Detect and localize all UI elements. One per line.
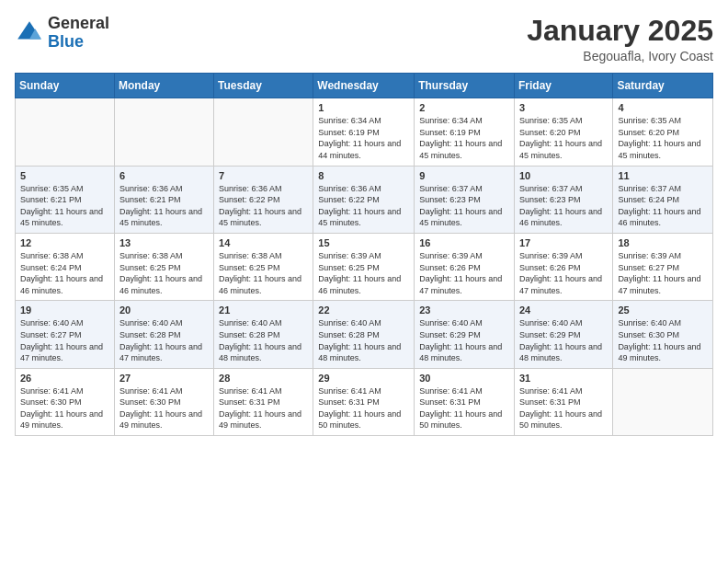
calendar-cell xyxy=(16,98,115,166)
day-number: 28 xyxy=(219,373,308,384)
header: General Blue January 2025 Begouafla, Ivo… xyxy=(15,15,713,63)
day-info: Sunrise: 6:37 AM Sunset: 6:24 PM Dayligh… xyxy=(618,183,708,229)
day-number: 27 xyxy=(119,373,209,384)
day-info: Sunrise: 6:39 AM Sunset: 6:26 PM Dayligh… xyxy=(419,250,509,296)
calendar-table: SundayMondayTuesdayWednesdayThursdayFrid… xyxy=(15,73,713,436)
calendar-cell: 19Sunrise: 6:40 AM Sunset: 6:27 PM Dayli… xyxy=(16,301,115,368)
week-row-4: 19Sunrise: 6:40 AM Sunset: 6:27 PM Dayli… xyxy=(16,301,713,368)
subtitle: Begouafla, Ivory Coast xyxy=(527,49,713,63)
calendar-cell: 16Sunrise: 6:39 AM Sunset: 6:26 PM Dayli… xyxy=(415,233,515,300)
day-number: 25 xyxy=(618,304,708,316)
day-info: Sunrise: 6:38 AM Sunset: 6:25 PM Dayligh… xyxy=(119,250,209,296)
day-number: 3 xyxy=(519,102,608,113)
day-info: Sunrise: 6:36 AM Sunset: 6:21 PM Dayligh… xyxy=(119,183,209,229)
day-info: Sunrise: 6:39 AM Sunset: 6:27 PM Dayligh… xyxy=(618,250,708,296)
calendar-cell: 14Sunrise: 6:38 AM Sunset: 6:25 PM Dayli… xyxy=(214,233,313,300)
calendar-cell: 9Sunrise: 6:37 AM Sunset: 6:23 PM Daylig… xyxy=(415,166,515,233)
title-block: January 2025 Begouafla, Ivory Coast xyxy=(527,15,713,63)
dow-header-tuesday: Tuesday xyxy=(214,74,313,98)
day-info: Sunrise: 6:39 AM Sunset: 6:26 PM Dayligh… xyxy=(519,250,608,296)
calendar-cell: 20Sunrise: 6:40 AM Sunset: 6:28 PM Dayli… xyxy=(114,301,213,368)
calendar-cell: 18Sunrise: 6:39 AM Sunset: 6:27 PM Dayli… xyxy=(613,233,713,300)
logo-line1: General xyxy=(48,14,109,32)
day-info: Sunrise: 6:41 AM Sunset: 6:31 PM Dayligh… xyxy=(419,385,509,431)
day-number: 17 xyxy=(519,237,608,248)
calendar-body: 1Sunrise: 6:34 AM Sunset: 6:19 PM Daylig… xyxy=(16,98,713,436)
week-row-3: 12Sunrise: 6:38 AM Sunset: 6:24 PM Dayli… xyxy=(16,233,713,300)
day-number: 13 xyxy=(119,237,209,248)
week-row-5: 26Sunrise: 6:41 AM Sunset: 6:30 PM Dayli… xyxy=(16,368,713,435)
calendar-cell: 28Sunrise: 6:41 AM Sunset: 6:31 PM Dayli… xyxy=(214,368,313,435)
calendar-cell: 27Sunrise: 6:41 AM Sunset: 6:30 PM Dayli… xyxy=(114,368,213,435)
day-info: Sunrise: 6:40 AM Sunset: 6:30 PM Dayligh… xyxy=(618,317,708,363)
day-number: 23 xyxy=(419,304,509,316)
day-info: Sunrise: 6:40 AM Sunset: 6:28 PM Dayligh… xyxy=(219,317,308,363)
calendar-cell: 3Sunrise: 6:35 AM Sunset: 6:20 PM Daylig… xyxy=(514,98,612,166)
day-info: Sunrise: 6:38 AM Sunset: 6:24 PM Dayligh… xyxy=(20,250,109,296)
day-number: 8 xyxy=(318,170,409,181)
day-number: 26 xyxy=(20,373,109,384)
calendar-cell: 29Sunrise: 6:41 AM Sunset: 6:31 PM Dayli… xyxy=(313,368,415,435)
day-info: Sunrise: 6:38 AM Sunset: 6:25 PM Dayligh… xyxy=(219,250,308,296)
day-number: 14 xyxy=(219,237,308,248)
day-number: 11 xyxy=(618,170,708,181)
logo-line2: Blue xyxy=(48,32,84,51)
day-info: Sunrise: 6:40 AM Sunset: 6:29 PM Dayligh… xyxy=(519,317,608,363)
calendar-cell: 13Sunrise: 6:38 AM Sunset: 6:25 PM Dayli… xyxy=(114,233,213,300)
calendar-cell: 21Sunrise: 6:40 AM Sunset: 6:28 PM Dayli… xyxy=(214,301,313,368)
logo-icon xyxy=(15,18,44,48)
day-info: Sunrise: 6:34 AM Sunset: 6:19 PM Dayligh… xyxy=(419,115,509,161)
day-number: 6 xyxy=(119,170,209,181)
day-info: Sunrise: 6:37 AM Sunset: 6:23 PM Dayligh… xyxy=(519,183,608,229)
day-number: 15 xyxy=(318,237,409,248)
day-number: 24 xyxy=(519,304,608,316)
day-number: 2 xyxy=(419,102,509,113)
calendar-cell: 11Sunrise: 6:37 AM Sunset: 6:24 PM Dayli… xyxy=(613,166,713,233)
calendar-cell: 23Sunrise: 6:40 AM Sunset: 6:29 PM Dayli… xyxy=(415,301,515,368)
day-info: Sunrise: 6:35 AM Sunset: 6:21 PM Dayligh… xyxy=(20,183,109,229)
calendar-cell: 8Sunrise: 6:36 AM Sunset: 6:22 PM Daylig… xyxy=(313,166,415,233)
day-info: Sunrise: 6:35 AM Sunset: 6:20 PM Dayligh… xyxy=(618,115,708,161)
day-info: Sunrise: 6:41 AM Sunset: 6:31 PM Dayligh… xyxy=(519,385,608,431)
day-info: Sunrise: 6:37 AM Sunset: 6:23 PM Dayligh… xyxy=(419,183,509,229)
day-number: 7 xyxy=(219,170,308,181)
week-row-1: 1Sunrise: 6:34 AM Sunset: 6:19 PM Daylig… xyxy=(16,98,713,166)
day-number: 31 xyxy=(519,373,608,384)
day-number: 30 xyxy=(419,373,509,384)
day-info: Sunrise: 6:41 AM Sunset: 6:30 PM Dayligh… xyxy=(20,385,109,431)
calendar-cell: 30Sunrise: 6:41 AM Sunset: 6:31 PM Dayli… xyxy=(415,368,515,435)
day-number: 20 xyxy=(119,304,209,316)
dow-header-wednesday: Wednesday xyxy=(313,74,415,98)
calendar-cell: 1Sunrise: 6:34 AM Sunset: 6:19 PM Daylig… xyxy=(313,98,415,166)
day-info: Sunrise: 6:36 AM Sunset: 6:22 PM Dayligh… xyxy=(318,183,409,229)
day-info: Sunrise: 6:41 AM Sunset: 6:31 PM Dayligh… xyxy=(219,385,308,431)
day-info: Sunrise: 6:40 AM Sunset: 6:28 PM Dayligh… xyxy=(119,317,209,363)
calendar-cell: 24Sunrise: 6:40 AM Sunset: 6:29 PM Dayli… xyxy=(514,301,612,368)
logo-text: General Blue xyxy=(48,15,109,52)
day-number: 4 xyxy=(618,102,708,113)
calendar-cell xyxy=(114,98,213,166)
calendar-cell: 22Sunrise: 6:40 AM Sunset: 6:28 PM Dayli… xyxy=(313,301,415,368)
week-row-2: 5Sunrise: 6:35 AM Sunset: 6:21 PM Daylig… xyxy=(16,166,713,233)
day-info: Sunrise: 6:36 AM Sunset: 6:22 PM Dayligh… xyxy=(219,183,308,229)
day-number: 5 xyxy=(20,170,109,181)
day-info: Sunrise: 6:34 AM Sunset: 6:19 PM Dayligh… xyxy=(318,115,409,161)
calendar-cell: 25Sunrise: 6:40 AM Sunset: 6:30 PM Dayli… xyxy=(613,301,713,368)
day-info: Sunrise: 6:41 AM Sunset: 6:31 PM Dayligh… xyxy=(318,385,409,431)
dow-header-sunday: Sunday xyxy=(16,74,115,98)
day-number: 1 xyxy=(318,102,409,113)
page: General Blue January 2025 Begouafla, Ivo… xyxy=(0,0,728,563)
calendar-cell: 7Sunrise: 6:36 AM Sunset: 6:22 PM Daylig… xyxy=(214,166,313,233)
calendar-cell: 17Sunrise: 6:39 AM Sunset: 6:26 PM Dayli… xyxy=(514,233,612,300)
day-number: 21 xyxy=(219,304,308,316)
calendar-cell: 6Sunrise: 6:36 AM Sunset: 6:21 PM Daylig… xyxy=(114,166,213,233)
dow-header-monday: Monday xyxy=(114,74,213,98)
day-of-week-row: SundayMondayTuesdayWednesdayThursdayFrid… xyxy=(16,74,713,98)
day-info: Sunrise: 6:41 AM Sunset: 6:30 PM Dayligh… xyxy=(119,385,209,431)
day-number: 29 xyxy=(318,373,409,384)
calendar-cell: 15Sunrise: 6:39 AM Sunset: 6:25 PM Dayli… xyxy=(313,233,415,300)
calendar-cell: 10Sunrise: 6:37 AM Sunset: 6:23 PM Dayli… xyxy=(514,166,612,233)
calendar-cell xyxy=(214,98,313,166)
day-number: 10 xyxy=(519,170,608,181)
day-number: 12 xyxy=(20,237,109,248)
